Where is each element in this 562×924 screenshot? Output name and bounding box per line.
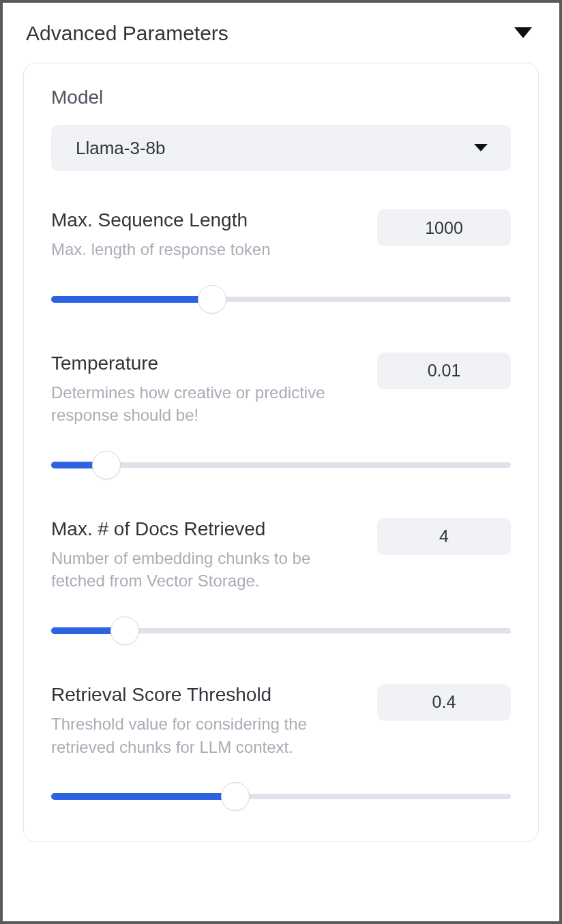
param-title: Max. Sequence Length	[51, 209, 271, 231]
slider-fill	[51, 296, 212, 303]
slider-thumb[interactable]	[92, 451, 121, 479]
param-value-input[interactable]: 0.4	[377, 684, 511, 721]
param-value-input[interactable]: 1000	[377, 209, 511, 246]
model-label: Model	[51, 87, 511, 108]
slider-fill	[51, 793, 235, 800]
slider-thumb[interactable]	[221, 782, 250, 811]
param-value-input[interactable]: 0.01	[377, 353, 511, 389]
panel-title: Advanced Parameters	[26, 22, 228, 45]
param-title: Retrieval Score Threshold	[51, 684, 338, 706]
model-select-value: Llama-3-8b	[76, 138, 166, 159]
caret-down-icon	[474, 144, 488, 152]
param-temperature: Temperature Determines how creative or p…	[51, 353, 511, 480]
param-retrieval-score-threshold: Retrieval Score Threshold Threshold valu…	[51, 684, 511, 811]
slider-thumb[interactable]	[198, 285, 226, 314]
chevron-down-icon[interactable]	[514, 27, 532, 40]
param-value-input[interactable]: 4	[377, 518, 511, 555]
svg-marker-1	[474, 144, 488, 151]
param-description: Determines how creative or predictive re…	[51, 381, 338, 427]
param-description: Threshold value for considering the retr…	[51, 713, 338, 758]
slider-thumb[interactable]	[110, 616, 139, 645]
svg-marker-0	[514, 27, 532, 38]
slider-max-sequence-length[interactable]	[51, 284, 511, 314]
param-max-docs-retrieved: Max. # of Docs Retrieved Number of embed…	[51, 518, 511, 646]
model-select[interactable]: Llama-3-8b	[51, 125, 511, 171]
parameters-card: Model Llama-3-8b Max. Sequence Length Ma…	[23, 63, 539, 842]
advanced-parameters-panel: Advanced Parameters Model Llama-3-8b Max…	[0, 0, 562, 924]
slider-retrieval-score-threshold[interactable]	[51, 781, 511, 811]
param-title: Max. # of Docs Retrieved	[51, 518, 338, 540]
param-max-sequence-length: Max. Sequence Length Max. length of resp…	[51, 209, 511, 314]
param-description: Number of embedding chunks to be fetched…	[51, 547, 338, 593]
panel-header[interactable]: Advanced Parameters	[23, 22, 539, 45]
slider-temperature[interactable]	[51, 450, 511, 480]
slider-max-docs-retrieved[interactable]	[51, 616, 511, 646]
param-title: Temperature	[51, 353, 338, 374]
param-description: Max. length of response token	[51, 238, 271, 261]
